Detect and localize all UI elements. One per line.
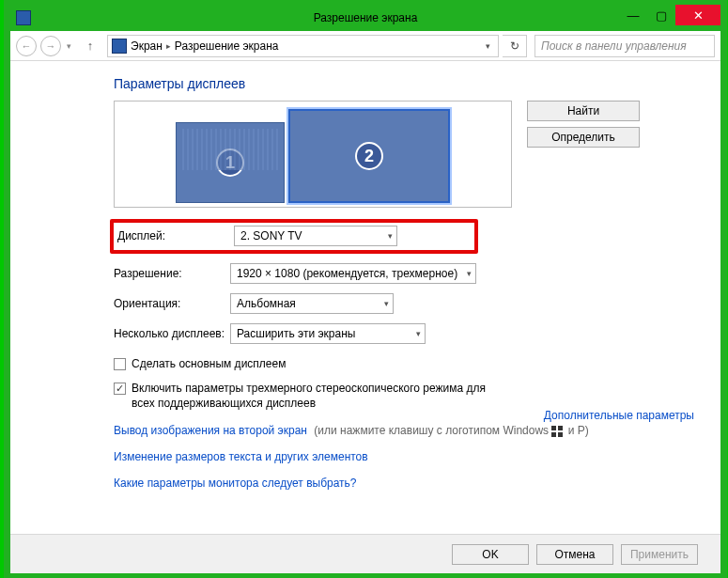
- monitor-1-number: 1: [216, 148, 244, 177]
- multiple-displays-select[interactable]: Расширить эти экраны ▾: [230, 323, 426, 344]
- minimize-button[interactable]: —: [619, 5, 647, 25]
- find-button[interactable]: Найти: [527, 101, 640, 121]
- breadcrumb-separator-icon: ▸: [166, 41, 171, 51]
- stereo-checkbox[interactable]: ✓: [114, 383, 126, 395]
- maximize-button[interactable]: ▢: [647, 5, 675, 25]
- chevron-down-icon: ▾: [467, 269, 472, 278]
- advanced-settings-link[interactable]: Дополнительные параметры: [544, 409, 694, 422]
- display-label: Дисплей:: [117, 229, 234, 242]
- cancel-button[interactable]: Отмена: [536, 544, 613, 565]
- monitor-1[interactable]: 1: [176, 122, 285, 203]
- svg-rect-1: [558, 426, 563, 430]
- display-select-value: 2. SONY TV: [240, 229, 302, 242]
- orientation-select[interactable]: Альбомная ▾: [230, 293, 394, 314]
- chevron-down-icon: ▾: [388, 231, 393, 241]
- resolution-select-value: 1920 × 1080 (рекомендуется, трехмерное): [237, 267, 457, 280]
- which-settings-link[interactable]: Какие параметры монитора следует выбрать…: [114, 476, 357, 490]
- breadcrumb-screen[interactable]: Экран: [131, 39, 163, 53]
- highlighted-region: Дисплей: 2. SONY TV ▾: [110, 219, 478, 254]
- window-title: Разрешение экрана: [10, 11, 720, 24]
- display-preview[interactable]: 1 2: [114, 101, 512, 208]
- project-hint: (или нажмите клавишу с логотипом Windows…: [314, 424, 589, 437]
- refresh-button[interactable]: ↻: [503, 35, 527, 57]
- multiple-displays-value: Расширить эти экраны: [237, 327, 355, 340]
- svg-rect-0: [551, 426, 556, 430]
- chevron-down-icon: ▾: [384, 299, 389, 308]
- navigation-bar: ← → ▾ ↑ Экран ▸ Разрешение экрана ▾ ↻ По…: [10, 31, 720, 61]
- page-title: Параметры дисплеев: [114, 76, 694, 91]
- search-input[interactable]: Поиск в панели управления: [534, 35, 715, 57]
- nav-forward-button[interactable]: →: [40, 36, 61, 56]
- orientation-select-value: Альбомная: [237, 297, 296, 310]
- address-bar[interactable]: Экран ▸ Разрешение экрана ▾: [107, 35, 499, 57]
- monitor-2-number: 2: [355, 142, 383, 170]
- monitor-2[interactable]: 2: [288, 109, 450, 203]
- multiple-displays-label: Несколько дисплеев:: [114, 327, 230, 340]
- orientation-label: Ориентация:: [114, 297, 230, 310]
- make-primary-checkbox[interactable]: [114, 358, 126, 370]
- ok-button[interactable]: OK: [452, 544, 529, 565]
- make-primary-label: Сделать основным дисплеем: [132, 357, 286, 370]
- nav-history-dropdown[interactable]: ▾: [65, 41, 73, 51]
- stereo-label: Включить параметры трехмерного стереоско…: [132, 382, 488, 411]
- resolution-select[interactable]: 1920 × 1080 (рекомендуется, трехмерное) …: [230, 263, 476, 284]
- project-link[interactable]: Вывод изображения на второй экран: [114, 424, 307, 437]
- breadcrumb-resolution[interactable]: Разрешение экрана: [175, 39, 279, 53]
- svg-rect-2: [551, 432, 556, 437]
- content-area: Параметры дисплеев 1 2 Найти Определить …: [10, 61, 720, 490]
- display-select[interactable]: 2. SONY TV ▾: [234, 226, 397, 246]
- chevron-down-icon: ▾: [416, 329, 421, 338]
- nav-up-button[interactable]: ↑: [81, 37, 100, 55]
- windows-key-icon: [551, 426, 565, 437]
- address-dropdown-icon[interactable]: ▾: [482, 41, 494, 51]
- nav-back-button[interactable]: ←: [16, 36, 37, 56]
- apply-button[interactable]: Применить: [621, 544, 698, 565]
- text-size-link[interactable]: Изменение размеров текста и других элеме…: [114, 450, 368, 463]
- resolution-label: Разрешение:: [114, 267, 230, 280]
- window-frame: Разрешение экрана — ▢ ✕ ← → ▾ ↑ Экран ▸ …: [9, 4, 721, 574]
- dialog-footer: OK Отмена Применить: [10, 534, 720, 573]
- titlebar[interactable]: Разрешение экрана — ▢ ✕: [10, 5, 720, 31]
- close-button[interactable]: ✕: [675, 5, 720, 25]
- svg-rect-3: [558, 432, 563, 437]
- address-icon: [112, 39, 127, 54]
- identify-button[interactable]: Определить: [527, 127, 640, 148]
